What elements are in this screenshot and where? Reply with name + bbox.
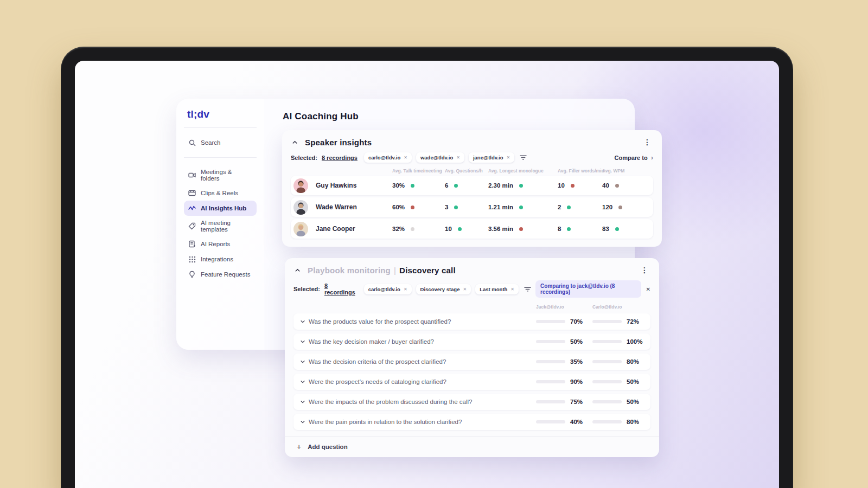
- sidebar-item-ai-meeting-templates[interactable]: AI meeting templates: [184, 216, 257, 236]
- sidebar-item-ai-reports[interactable]: AI Reports: [184, 236, 257, 252]
- collapse-caret-icon[interactable]: [291, 138, 298, 146]
- report-icon: [188, 240, 196, 248]
- sidebar-item-meetings-folders[interactable]: Meetings & folders: [184, 165, 257, 185]
- chevron-down-icon[interactable]: [293, 379, 308, 384]
- filter-icon[interactable]: [524, 286, 531, 292]
- sidebar-item-clips-reels[interactable]: Clips & Reels: [184, 185, 257, 201]
- chip-label: Last month: [480, 286, 507, 292]
- playbook-question-rows: Was the products value for the prospect …: [293, 313, 650, 430]
- comparing-chip[interactable]: Comparing to jack@tldv.io (8 recordings): [535, 280, 641, 298]
- speaker-row[interactable]: Wade Warren60%31.21 min2120: [291, 197, 653, 217]
- playbook-question-row[interactable]: Were the prospect's needs of cataloging …: [293, 374, 650, 390]
- sidebar-item-feature-requests[interactable]: Feature Requests: [184, 267, 257, 282]
- speaker-column-headers: Avg. Talk time/meetingAvg. Questions/hAv…: [291, 168, 653, 174]
- status-dot: [411, 206, 414, 209]
- avatar: [293, 200, 308, 215]
- selected-recordings-link[interactable]: 8 recordings: [322, 155, 358, 161]
- column-header: Avg. WPM: [602, 168, 653, 174]
- status-dot: [618, 206, 622, 209]
- progress-value: 80%: [627, 358, 639, 365]
- playbook-filter-chips: carlo@tldv.io✕Discovery stage✕Last month…: [364, 284, 519, 294]
- compare-to-button[interactable]: Compare to ›: [615, 153, 653, 162]
- chip-close-icon[interactable]: ✕: [404, 287, 407, 292]
- metric-value: 83: [602, 226, 609, 232]
- progress-bar: [536, 400, 565, 403]
- speaker-filter-chip[interactable]: wade@tldv.io✕: [416, 152, 464, 163]
- column-header: Avg. Talk time/meeting: [392, 168, 445, 174]
- divider: [184, 127, 257, 128]
- playbook-question-row[interactable]: Was the decision criteria of the prospec…: [293, 354, 650, 370]
- chevron-down-icon[interactable]: [293, 399, 308, 404]
- chip-label: jane@tldv.io: [473, 155, 503, 160]
- progress-value: 90%: [570, 378, 583, 385]
- progress-value: 70%: [570, 318, 583, 325]
- status-dot: [519, 206, 523, 209]
- sidebar-nav: Meetings & foldersClips & ReelsAI Insigh…: [184, 165, 257, 282]
- add-question-button[interactable]: + Add question: [293, 442, 650, 451]
- sidebar-item-label: AI Reports: [201, 241, 230, 247]
- progress-value: 75%: [570, 399, 583, 405]
- sidebar-item-label: AI meeting templates: [201, 220, 252, 233]
- title-pipe: |: [394, 266, 396, 275]
- question-text: Was the decision criteria of the prospec…: [308, 358, 536, 365]
- status-dot: [458, 227, 462, 231]
- progress-bar: [536, 420, 565, 423]
- kebab-menu-icon[interactable]: ⋮: [639, 265, 650, 275]
- progress-value: 35%: [570, 358, 583, 365]
- playbook-question-row[interactable]: Was the key decision maker / buyer clari…: [293, 333, 650, 350]
- playbook-filter-chip[interactable]: carlo@tldv.io✕: [364, 284, 412, 294]
- question-text: Was the products value for the prospect …: [308, 318, 536, 325]
- speaker-name: Jane Cooper: [316, 225, 355, 233]
- chip-close-icon[interactable]: ✕: [404, 155, 407, 160]
- playbook-column-headers: Jack@tldv.ioCarlo@tldv.io: [293, 304, 650, 310]
- chevron-down-icon[interactable]: [293, 339, 308, 344]
- progress-bar: [592, 360, 622, 363]
- sidebar-item-label: AI Insights Hub: [201, 205, 246, 211]
- speaker-filter-chip[interactable]: jane@tldv.io✕: [469, 152, 514, 163]
- speaker-row[interactable]: Guy Hawkins30%62.30 min1040: [291, 176, 653, 195]
- playbook-question-row[interactable]: Were the pain points in relation to the …: [293, 414, 650, 430]
- progress-value: 50%: [627, 399, 639, 405]
- comparing-close-icon[interactable]: ✕: [646, 286, 650, 292]
- selected-recordings-link[interactable]: 8 recordings: [324, 282, 358, 296]
- chip-label: carlo@tldv.io: [368, 155, 400, 160]
- playbook-question-row[interactable]: Were the impacts of the problem discusse…: [293, 394, 650, 410]
- speaker-filter-chip[interactable]: carlo@tldv.io✕: [364, 152, 412, 163]
- chevron-down-icon[interactable]: [293, 319, 308, 324]
- metric-value: 10: [558, 182, 565, 189]
- playbook-filter-chip[interactable]: Discovery stage✕: [416, 284, 471, 294]
- progress-bar: [536, 320, 565, 323]
- chevron-down-icon[interactable]: [293, 359, 308, 364]
- chip-close-icon[interactable]: ✕: [463, 287, 467, 292]
- filter-icon[interactable]: [520, 155, 527, 160]
- search-button[interactable]: Search: [184, 135, 257, 150]
- status-dot: [411, 184, 414, 188]
- metric-value: 32%: [392, 226, 405, 232]
- sidebar-item-integrations[interactable]: Integrations: [184, 252, 257, 267]
- status-dot: [567, 206, 571, 209]
- chip-label: wade@tldv.io: [420, 155, 453, 160]
- playbook-title: Discovery call: [399, 266, 456, 275]
- question-text: Were the prospect's needs of cataloging …: [308, 378, 536, 385]
- chip-close-icon[interactable]: ✕: [456, 155, 460, 160]
- chevron-down-icon[interactable]: [293, 419, 308, 425]
- kebab-menu-icon[interactable]: ⋮: [641, 137, 653, 147]
- status-dot: [567, 227, 571, 231]
- speaker-name: Wade Warren: [316, 203, 357, 211]
- status-dot: [454, 206, 458, 209]
- metric-value: 40: [602, 182, 609, 189]
- metric-value: 30%: [392, 182, 405, 189]
- sidebar-item-ai-insights-hub[interactable]: AI Insights Hub: [184, 201, 257, 216]
- playbook-monitoring-label: Playbook monitoring: [308, 266, 391, 275]
- metric-value: 60%: [392, 204, 405, 210]
- collapse-caret-icon[interactable]: [293, 266, 301, 274]
- playbook-filter-chip[interactable]: Last month✕: [475, 284, 519, 294]
- playbook-question-row[interactable]: Was the products value for the prospect …: [293, 313, 650, 330]
- chip-close-icon[interactable]: ✕: [506, 155, 510, 160]
- add-question-label: Add question: [308, 444, 347, 450]
- sidebar-item-label: Integrations: [201, 256, 233, 262]
- speaker-row[interactable]: Jane Cooper32%103.56 min883: [291, 219, 653, 239]
- status-dot: [615, 184, 619, 188]
- metric-value: 3: [445, 204, 448, 210]
- chip-close-icon[interactable]: ✕: [510, 287, 514, 292]
